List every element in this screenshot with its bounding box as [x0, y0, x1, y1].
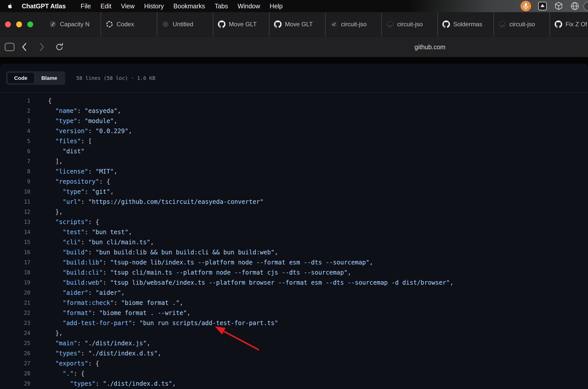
zoom-window-button[interactable] [27, 21, 33, 27]
browser-tab-10[interactable]: Fix Z Of [550, 12, 588, 36]
browser-tab-3[interactable]: Untitled [157, 12, 213, 36]
code-line: 25 "main": "./dist/index.js", [0, 338, 588, 348]
blank-favicon [162, 20, 169, 28]
code-text: "type": "module", [30, 116, 118, 126]
browser-tab-6[interactable]: circuit-jso [325, 12, 381, 36]
line-number[interactable]: 13 [0, 217, 30, 227]
line-number[interactable]: 21 [0, 298, 30, 308]
github-favicon [274, 20, 282, 28]
code-line: 17 "build:lib": "tsup-node lib/index.ts … [0, 257, 588, 268]
line-number[interactable]: 16 [0, 247, 30, 257]
tab-label: Capacity N [60, 21, 89, 28]
line-number[interactable]: 9 [0, 177, 30, 187]
code-line: 27 "exports": { [0, 358, 588, 369]
code-line: 1{ [0, 96, 588, 106]
line-number[interactable]: 4 [0, 126, 30, 136]
cropped-status-icon[interactable] [583, 1, 588, 11]
line-number[interactable]: 2 [0, 106, 30, 116]
code-text: { [30, 96, 52, 106]
sidebar-toggle-button[interactable] [4, 37, 16, 57]
code-line: 5 "files": [ [0, 136, 588, 146]
code-tab[interactable]: Code [7, 72, 35, 84]
menu-edit[interactable]: Edit [96, 3, 116, 10]
tab-label: Codex [117, 21, 134, 28]
line-number[interactable]: 27 [0, 358, 30, 369]
macos-menu-bar: ChatGPT Atlas FileEditViewHistoryBookmar… [0, 0, 588, 12]
browser-tab-2[interactable]: Codex [101, 12, 157, 36]
line-number[interactable]: 23 [0, 318, 30, 328]
menu-tabs[interactable]: Tabs [210, 3, 233, 10]
code-text: "aider": "aider", [30, 288, 125, 298]
line-number[interactable]: 24 [0, 328, 30, 338]
menu-bookmarks[interactable]: Bookmarks [169, 3, 210, 10]
browser-tab-5[interactable]: Move GLT [269, 12, 325, 36]
line-number[interactable]: 8 [0, 166, 30, 177]
line-number[interactable]: 17 [0, 257, 30, 268]
browser-tab-4[interactable]: Move GLT [213, 12, 269, 36]
microphone-icon[interactable] [520, 1, 531, 12]
code-viewer: 1{2 "name": "easyeda",3 "type": "module"… [0, 93, 588, 389]
line-number[interactable]: 29 [0, 379, 30, 389]
active-app-name[interactable]: ChatGPT Atlas [22, 3, 66, 10]
code-text: "type": "git", [30, 187, 114, 197]
code-line: 9 "repository": { [0, 177, 588, 187]
codex-favicon [106, 20, 113, 28]
menu-window[interactable]: Window [233, 3, 265, 10]
code-line: 10 "type": "git", [0, 187, 588, 197]
line-number[interactable]: 25 [0, 338, 30, 348]
reload-button[interactable] [54, 37, 65, 57]
line-number[interactable]: 20 [0, 288, 30, 298]
line-number[interactable]: 18 [0, 268, 30, 278]
code-line: 12 }, [0, 207, 588, 217]
line-number[interactable]: 22 [0, 308, 30, 318]
menu-file[interactable]: File [76, 3, 96, 10]
line-number[interactable]: 15 [0, 237, 30, 247]
apple-menu-icon[interactable] [7, 3, 13, 10]
line-number[interactable]: 1 [0, 96, 30, 106]
code-line: 16 "build": "bun build:lib && bun build:… [0, 247, 588, 257]
line-number[interactable]: 5 [0, 136, 30, 146]
circuit-favicon [330, 20, 338, 28]
code-text: "format": "biome format . --write", [30, 308, 191, 318]
code-text: "name": "easyeda", [30, 106, 121, 116]
dark-circle-favicon [499, 20, 506, 28]
browser-tab-1[interactable]: Capacity N [44, 12, 101, 36]
code-line: 18 "build:cli": "tsup cli/main.ts --plat… [0, 268, 588, 278]
line-number[interactable]: 10 [0, 187, 30, 197]
address-bar[interactable]: github.com [394, 37, 466, 57]
code-line: 8 "license": "MIT", [0, 166, 588, 177]
minimize-window-button[interactable] [16, 21, 22, 27]
forward-button[interactable] [36, 37, 48, 57]
cube-icon[interactable] [554, 1, 564, 11]
line-number[interactable]: 12 [0, 207, 30, 217]
tab-label: Soldermas [453, 21, 482, 28]
globe-icon[interactable] [570, 1, 580, 11]
code-line: 19 "build:web": "tsup lib/websafe/index.… [0, 278, 588, 288]
eject-icon[interactable] [537, 1, 548, 11]
line-number[interactable]: 11 [0, 197, 30, 207]
line-number[interactable]: 7 [0, 156, 30, 166]
tab-label: Fix Z Of [566, 21, 587, 28]
line-number[interactable]: 3 [0, 116, 30, 126]
code-text: "url": "https://github.com/tscircuit/eas… [30, 197, 264, 207]
menu-help[interactable]: Help [265, 3, 287, 10]
line-number[interactable]: 14 [0, 227, 30, 237]
web-content: Code Blame 58 lines (58 loc) · 1.6 KB 1{… [0, 64, 588, 389]
code-text: }, [30, 328, 63, 338]
line-number[interactable]: 19 [0, 278, 30, 288]
browser-tab-7[interactable]: circuit-jso [381, 12, 437, 36]
browser-tab-9[interactable]: circuit-jso [493, 12, 550, 36]
browser-tab-8[interactable]: Soldermas [437, 12, 493, 36]
menu-view[interactable]: View [116, 3, 140, 10]
line-number[interactable]: 26 [0, 348, 30, 358]
code-line: 11 "url": "https://github.com/tscircuit/… [0, 197, 588, 207]
code-text: "build": "bun build:lib && bun build:cli… [30, 247, 278, 257]
line-number[interactable]: 6 [0, 146, 30, 156]
menu-history[interactable]: History [139, 3, 169, 10]
back-button[interactable] [19, 37, 30, 57]
code-text: "types": "./dist/index.d.ts", [30, 348, 161, 358]
close-window-button[interactable] [5, 21, 11, 27]
github-favicon [555, 20, 562, 28]
line-number[interactable]: 28 [0, 369, 30, 379]
blame-tab[interactable]: Blame [35, 72, 64, 84]
